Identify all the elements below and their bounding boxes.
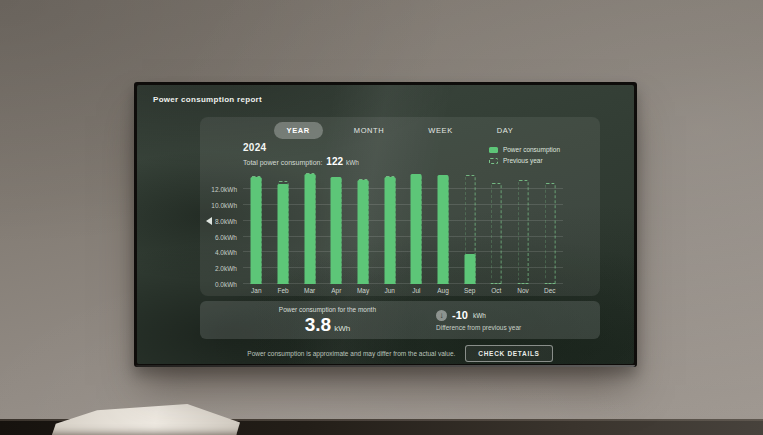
diff-label: Difference from previous year xyxy=(436,324,521,331)
total-consumption: Total power consumption: 122 kWh xyxy=(243,156,359,167)
diff-value: -10 xyxy=(452,309,468,321)
screen-footer: Power consumption is approximate and may… xyxy=(200,345,600,362)
x-tick-label: Oct xyxy=(483,287,510,294)
y-tick-label: 6.0kWh xyxy=(215,234,237,241)
y-tick-label: 12.0kWh xyxy=(211,186,237,193)
bar-previous-year xyxy=(518,180,529,284)
x-tick-label: Mar xyxy=(296,287,323,294)
disclaimer-text: Power consumption is approximate and may… xyxy=(247,350,455,357)
y-tick-label: 4.0kWh xyxy=(215,249,237,256)
bar-power-consumption xyxy=(411,174,422,284)
month-slot-apr xyxy=(323,171,350,284)
y-axis: 12.0kWh10.0kWh8.0kWh6.0kWh4.0kWh2.0kWh0.… xyxy=(205,171,243,284)
legend-swatch-filled xyxy=(489,147,498,153)
y-tick-label: 10.0kWh xyxy=(211,202,237,209)
month-unit: kWh xyxy=(334,324,350,333)
y-tick-label: 8.0kWh xyxy=(215,218,237,225)
month-slot-aug xyxy=(430,171,457,284)
bar-power-consumption xyxy=(384,177,395,284)
chart-plot xyxy=(243,171,563,284)
x-tick-label: Nov xyxy=(510,287,537,294)
arrow-down-circle-icon: ↓ xyxy=(436,310,447,321)
report-panel: YEARMONTHWEEKDAY 2024 Total power consum… xyxy=(200,117,600,296)
month-slot-jun xyxy=(376,171,403,284)
x-tick-label: Jun xyxy=(376,287,403,294)
y-tick-label: 0.0kWh xyxy=(215,281,237,288)
page-title: Power consumption report xyxy=(153,95,262,104)
tab-month[interactable]: MONTH xyxy=(341,122,398,139)
bar-power-consumption xyxy=(331,177,342,284)
month-slot-mar xyxy=(296,171,323,284)
total-unit: kWh xyxy=(346,159,359,166)
difference-stat: ↓ -10 kWh Difference from previous year xyxy=(436,309,521,331)
month-consumption-stat: Power consumption for the month 3.8kWh xyxy=(279,306,376,334)
bar-chart: 12.0kWh10.0kWh8.0kWh6.0kWh4.0kWh2.0kWh0.… xyxy=(200,171,600,294)
check-details-button[interactable]: CHECK DETAILS xyxy=(465,345,552,362)
diff-unit: kWh xyxy=(473,312,486,319)
bar-power-consumption xyxy=(251,177,262,284)
month-stat-value: 3.8kWh xyxy=(279,315,376,334)
legend-label: Power consumption xyxy=(503,146,560,153)
bar-power-consumption xyxy=(304,174,315,284)
month-slot-may xyxy=(350,171,377,284)
month-slot-dec xyxy=(536,171,563,284)
x-tick-label: Apr xyxy=(323,287,350,294)
period-summary: 2024 Total power consumption: 122 kWh xyxy=(243,142,359,167)
bar-power-consumption xyxy=(438,175,449,284)
bar-previous-year xyxy=(544,183,555,284)
y-tick-label: 2.0kWh xyxy=(215,265,237,272)
month-slot-jan xyxy=(243,171,270,284)
bar-power-consumption xyxy=(464,254,475,284)
month-slot-feb xyxy=(270,171,297,284)
total-label: Total power consumption: xyxy=(243,159,322,166)
legend-item: Power consumption xyxy=(489,146,560,153)
month-slot-jul xyxy=(403,171,430,284)
chart-header: 2024 Total power consumption: 122 kWh Po… xyxy=(200,139,600,167)
month-slot-oct xyxy=(483,171,510,284)
tab-year[interactable]: YEAR xyxy=(274,122,323,139)
chevron-left-icon[interactable] xyxy=(206,217,212,225)
chart-legend: Power consumptionPrevious year xyxy=(489,146,560,164)
x-tick-label: May xyxy=(350,287,377,294)
tab-week[interactable]: WEEK xyxy=(415,122,466,139)
total-value: 122 xyxy=(326,156,343,167)
legend-item: Previous year xyxy=(489,157,560,164)
x-tick-label: Dec xyxy=(536,287,563,294)
period-year: 2024 xyxy=(243,142,359,153)
x-tick-label: Sep xyxy=(456,287,483,294)
x-tick-label: Jul xyxy=(403,287,430,294)
bar-power-consumption xyxy=(278,184,289,284)
tv-frame: Power consumption report YEARMONTHWEEKDA… xyxy=(134,82,637,367)
month-value: 3.8 xyxy=(305,314,331,335)
x-tick-label: Aug xyxy=(430,287,457,294)
tab-bar: YEARMONTHWEEKDAY xyxy=(200,117,600,139)
legend-swatch-dashed xyxy=(489,158,498,164)
chart-slots xyxy=(243,171,563,284)
x-tick-label: Feb xyxy=(270,287,297,294)
month-stat-label: Power consumption for the month xyxy=(279,306,376,313)
month-slot-sep xyxy=(456,171,483,284)
legend-label: Previous year xyxy=(503,157,543,164)
bar-previous-year xyxy=(491,183,502,284)
tv-screen: Power consumption report YEARMONTHWEEKDA… xyxy=(137,85,634,364)
stats-strip: Power consumption for the month 3.8kWh ↓… xyxy=(200,301,600,339)
x-axis: JanFebMarAprMayJunJulAugSepOctNovDec xyxy=(243,287,563,294)
tab-day[interactable]: DAY xyxy=(484,122,527,139)
month-slot-nov xyxy=(510,171,537,284)
bar-power-consumption xyxy=(358,180,369,284)
x-tick-label: Jan xyxy=(243,287,270,294)
